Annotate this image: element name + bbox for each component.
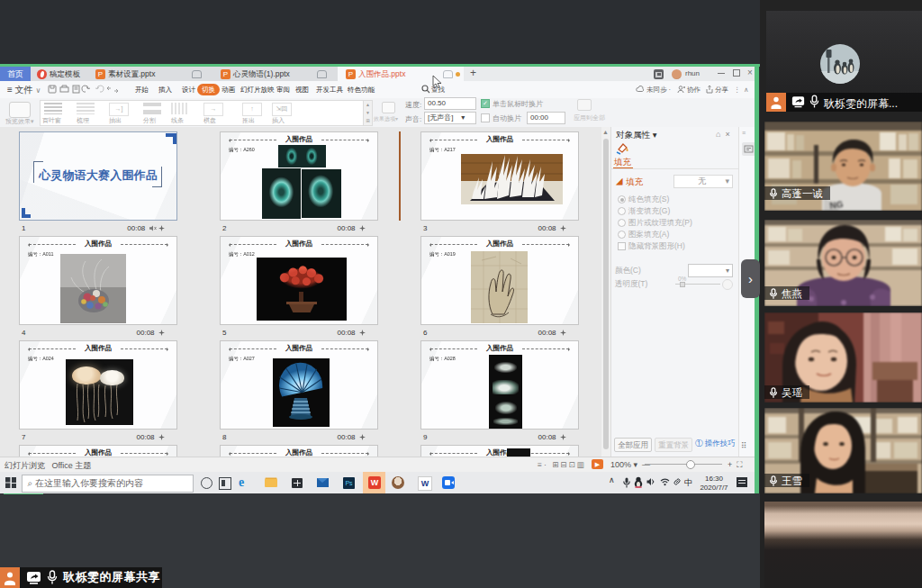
svg-text:NG: NG	[829, 199, 845, 211]
